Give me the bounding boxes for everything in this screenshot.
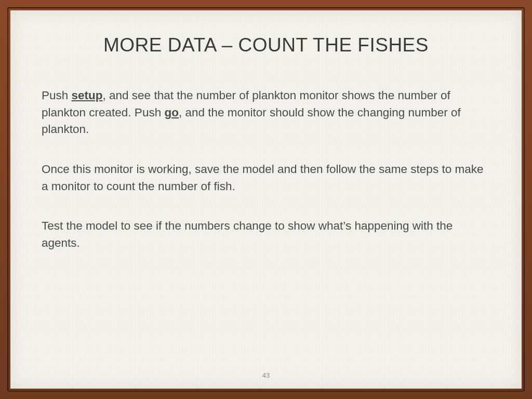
- paragraph-3: Test the model to see if the numbers cha…: [42, 218, 490, 251]
- slide-title: MORE DATA – COUNT THE FISHES: [42, 34, 490, 56]
- slide-frame: MORE DATA – COUNT THE FISHES Push setup,…: [0, 0, 532, 399]
- p1-text-a: Push: [42, 89, 72, 102]
- paragraph-2: Once this monitor is working, save the m…: [42, 161, 490, 195]
- slide-paper: MORE DATA – COUNT THE FISHES Push setup,…: [10, 10, 522, 389]
- slide-inner-border: MORE DATA – COUNT THE FISHES Push setup,…: [7, 7, 525, 392]
- paragraph-1: Push setup, and see that the number of p…: [42, 87, 490, 138]
- slide-body: Push setup, and see that the number of p…: [42, 87, 490, 251]
- p1-setup-keyword: setup: [72, 89, 103, 102]
- p1-go-keyword: go: [164, 106, 179, 119]
- page-number: 43: [10, 371, 522, 379]
